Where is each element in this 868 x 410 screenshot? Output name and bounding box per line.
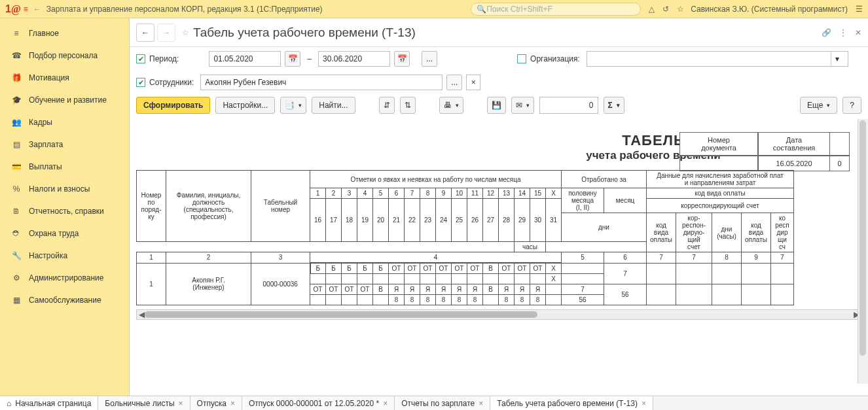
collapse-button[interactable]: ⇅ — [400, 97, 416, 114]
tab-1[interactable]: Отпуска× — [190, 396, 242, 410]
sidebar-icon: 🔧 — [10, 251, 22, 260]
help-button[interactable]: ? — [842, 97, 861, 114]
user-label[interactable]: Савинская З.Ю. (Системный программист) — [691, 5, 848, 14]
org-dropdown-icon[interactable]: ▾ — [831, 52, 844, 66]
period-select-button[interactable]: ... — [422, 51, 437, 67]
filter-row-period: Период: 01.05.2020 📅 – 30.06.2020 📅 ... … — [130, 47, 868, 71]
sidebar-item-1[interactable]: ☎Подбор персонала — [0, 44, 129, 67]
sidebar-item-3[interactable]: 🎓Обучение и развитие — [0, 89, 129, 111]
employee-clear-button[interactable]: × — [466, 75, 480, 90]
back-arrow-icon[interactable]: ← — [33, 5, 41, 14]
period-checkbox[interactable] — [136, 54, 145, 63]
tab-2[interactable]: Отпуск 0000-000001 от 12.05.2020 *× — [242, 396, 395, 410]
sidebar-label: Мотивация — [29, 73, 69, 82]
favorite-icon[interactable]: ☆ — [182, 28, 189, 37]
report-area[interactable]: Номер документа Дата составления 16.05.2… — [130, 119, 868, 396]
date-from-input[interactable]: 01.05.2020 — [209, 51, 281, 67]
sidebar-item-2[interactable]: 🎁Мотивация — [0, 67, 129, 89]
global-search[interactable]: 🔍 Поиск Ctrl+Shift+F — [471, 3, 641, 16]
vertical-scrollbar[interactable] — [858, 119, 868, 384]
nav-back-button[interactable]: ← — [136, 24, 154, 42]
tab-close-icon[interactable]: × — [383, 399, 388, 408]
tab-label: Табель учета рабочего времени (Т-13) — [497, 399, 638, 408]
sidebar-label: Выплаты — [29, 162, 62, 171]
star-icon[interactable]: ☆ — [677, 5, 684, 14]
sidebar-icon: 🗎 — [10, 207, 22, 216]
bell-icon[interactable]: △ — [649, 5, 655, 14]
search-icon: 🔍 — [477, 5, 486, 14]
sidebar-item-5[interactable]: ▤Зарплата — [0, 133, 129, 156]
sidebar-label: Администрирование — [29, 273, 103, 282]
save-button[interactable]: 💾 — [487, 97, 506, 114]
kebab-icon[interactable]: ⋮ — [839, 28, 847, 37]
sidebar-icon: ▦ — [10, 296, 22, 305]
generate-button[interactable]: Сформировать — [136, 97, 210, 114]
doc-extra-header — [830, 132, 850, 156]
nav-forward-button[interactable]: → — [157, 24, 175, 42]
sidebar-item-10[interactable]: 🔧Настройка — [0, 245, 129, 267]
email-button[interactable]: ✉▾ — [511, 97, 534, 114]
doc-info-table: Номер документа Дата составления 16.05.2… — [679, 132, 850, 171]
doc-date-header: Дата составления — [758, 132, 830, 156]
tab-close-icon[interactable]: × — [479, 399, 483, 408]
sidebar-item-12[interactable]: ▦Самообслуживание — [0, 289, 129, 311]
logo-text: ≡ — [24, 5, 28, 14]
org-input[interactable]: ▾ — [587, 51, 848, 67]
employee-select-button[interactable]: ... — [446, 75, 462, 90]
date-to-calendar-icon[interactable]: 📅 — [394, 51, 410, 67]
close-icon[interactable]: ✕ — [855, 28, 861, 37]
sidebar-icon: ☎ — [10, 51, 22, 60]
more-button[interactable]: Еще▾ — [800, 97, 837, 114]
sidebar-label: Налоги и взносы — [29, 184, 90, 194]
tab-4[interactable]: Табель учета рабочего времени (Т-13)× — [490, 396, 653, 410]
employees-checkbox[interactable] — [136, 78, 145, 87]
main-header: ← → ☆ Табель учета рабочего времени (Т-1… — [130, 18, 868, 47]
sidebar-item-0[interactable]: ≡Главное — [0, 22, 129, 44]
sidebar-label: Зарплата — [29, 140, 63, 149]
date-to-input[interactable]: 30.06.2020 — [318, 51, 390, 67]
find-button[interactable]: Найти... — [312, 97, 355, 114]
print-button[interactable]: 🖶▾ — [439, 97, 463, 114]
date-from-calendar-icon[interactable]: 📅 — [285, 51, 300, 67]
variants-icon: 📑 — [285, 101, 295, 110]
sidebar-label: Кадры — [29, 118, 52, 127]
tab-close-icon[interactable]: × — [230, 399, 235, 408]
expand-button[interactable]: ⇵ — [379, 97, 395, 114]
tab-label: Больничные листы — [105, 399, 174, 408]
settings-button[interactable]: Настройки... — [215, 97, 275, 114]
tab-label: Отчеты по зарплате — [401, 399, 475, 408]
sum-input[interactable]: 0 — [539, 97, 598, 114]
print-icon: 🖶 — [444, 101, 452, 110]
employee-input[interactable]: Акопян Рубен Гезевич — [200, 75, 443, 90]
sidebar-item-4[interactable]: 👥Кадры — [0, 111, 129, 133]
sidebar-item-11[interactable]: ⚙Администрирование — [0, 267, 129, 289]
toolbar: Сформировать Настройки... 📑▾ Найти... ⇵ … — [130, 94, 868, 119]
employees-label: Сотрудники: — [149, 78, 194, 87]
link-icon[interactable]: 🔗 — [822, 28, 831, 37]
sidebar-icon: ⚙ — [10, 273, 22, 282]
bottom-tabs: ⌂ Начальная страница Больничные листы×От… — [0, 396, 868, 410]
search-placeholder: Поиск Ctrl+Shift+F — [486, 5, 552, 14]
tab-0[interactable]: Больничные листы× — [98, 396, 190, 410]
sidebar-item-8[interactable]: 🗎Отчетность, справки — [0, 200, 129, 222]
home-tab[interactable]: ⌂ Начальная страница — [0, 396, 98, 410]
sidebar-icon: 🎓 — [10, 95, 22, 105]
tab-label: Отпуск 0000-000001 от 12.05.2020 * — [249, 399, 379, 408]
sidebar-icon: 💳 — [10, 162, 22, 171]
org-checkbox[interactable] — [517, 54, 526, 63]
sidebar-label: Отчетность, справки — [29, 207, 104, 216]
history-icon[interactable]: ↺ — [662, 5, 669, 14]
sigma-button[interactable]: Σ▾ — [604, 97, 624, 114]
tab-close-icon[interactable]: × — [179, 399, 183, 408]
sidebar-item-6[interactable]: 💳Выплаты — [0, 156, 129, 178]
variants-button[interactable]: 📑▾ — [280, 97, 306, 114]
doc-extra-value: 0 — [830, 156, 850, 171]
tab-3[interactable]: Отчеты по зарплате× — [395, 396, 490, 410]
horizontal-scrollbar[interactable]: ◀▶ — [136, 309, 861, 320]
titlebar: 1@ ≡ ← Зарплата и управление персоналом … — [0, 0, 868, 18]
menu-icon[interactable]: ☰ — [856, 5, 863, 14]
period-label: Период: — [149, 54, 179, 63]
sidebar-item-7[interactable]: %Налоги и взносы — [0, 178, 129, 200]
sidebar-item-9[interactable]: ⛑Охрана труда — [0, 222, 129, 245]
tab-close-icon[interactable]: × — [642, 399, 646, 408]
